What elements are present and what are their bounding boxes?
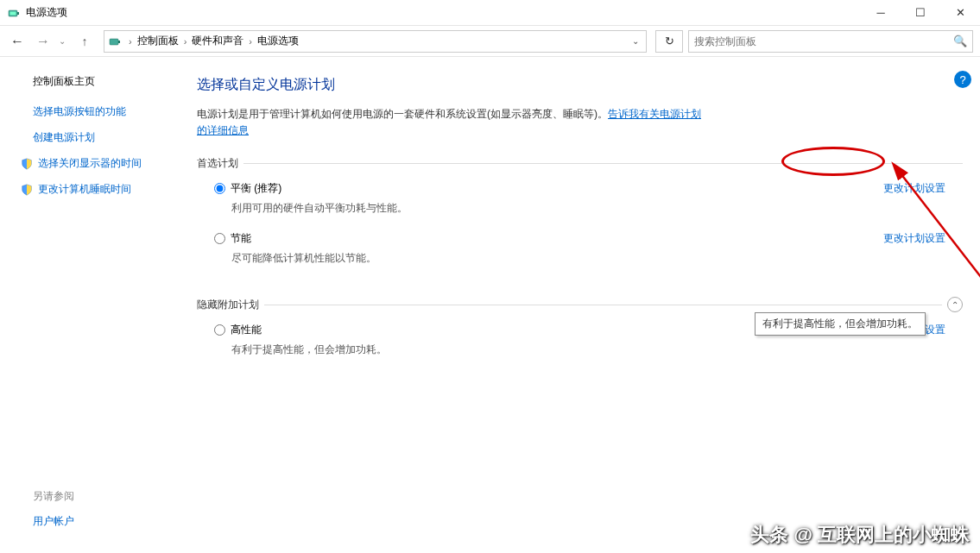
search-box[interactable]: 🔍	[688, 30, 973, 53]
plan-name: 高性能	[231, 323, 262, 337]
svg-rect-3	[110, 39, 118, 45]
help-button[interactable]: ?	[954, 71, 971, 88]
svg-rect-1	[17, 12, 19, 15]
svg-rect-2	[10, 11, 16, 15]
change-plan-link[interactable]: 更改计划设置	[883, 231, 963, 278]
collapse-button[interactable]: ⌃	[947, 297, 963, 312]
battery-icon	[108, 35, 122, 48]
sidebar-link-create-plan[interactable]: 创建电源计划	[21, 130, 181, 145]
chevron-right-icon: ›	[245, 36, 256, 47]
watermark: 头条 @ 互联网上的小蜘蛛	[750, 522, 970, 548]
radio-input[interactable]	[214, 183, 225, 194]
breadcrumb-item[interactable]: 电源选项	[256, 34, 300, 48]
history-dropdown[interactable]: ⌄	[59, 36, 69, 46]
address-dropdown[interactable]: ⌄	[629, 36, 642, 46]
section-label: 隐藏附加计划	[197, 298, 259, 312]
battery-icon	[7, 6, 21, 20]
shield-icon	[21, 184, 33, 196]
change-plan-link[interactable]: 更改计划设置	[883, 181, 963, 228]
desc-text: 电源计划是用于管理计算机如何使用电源的一套硬件和系统设置(如显示器亮度、睡眠等)…	[197, 108, 608, 120]
section-label: 首选计划	[197, 156, 238, 171]
titlebar: 电源选项 ─ ☐ ✕	[0, 0, 980, 26]
divider	[264, 305, 942, 305]
forward-button[interactable]: →	[33, 31, 54, 52]
refresh-button[interactable]: ↻	[655, 30, 683, 53]
maximize-button[interactable]: ☐	[901, 0, 940, 25]
shield-icon	[21, 158, 33, 170]
radio-input[interactable]	[214, 324, 225, 336]
chevron-right-icon: ›	[125, 36, 136, 47]
minimize-button[interactable]: ─	[861, 0, 901, 25]
up-button[interactable]: ↑	[74, 35, 95, 48]
plan-desc: 利用可用的硬件自动平衡功耗与性能。	[231, 201, 883, 216]
plan-saver: 节能 尽可能降低计算机性能以节能。 更改计划设置	[197, 229, 963, 280]
section-preferred: 首选计划	[197, 156, 963, 171]
sidebar-footer-link[interactable]: 用户帐户	[21, 514, 181, 529]
sidebar-footer-heading: 另请参阅	[21, 489, 181, 504]
search-input[interactable]	[694, 35, 953, 47]
radio-input[interactable]	[214, 233, 225, 244]
sidebar-link-power-button[interactable]: 选择电源按钮的功能	[21, 104, 181, 119]
tooltip: 有利于提高性能，但会增加功耗。	[755, 312, 926, 336]
close-button[interactable]: ✕	[940, 0, 980, 25]
sidebar-link-display-off[interactable]: 选择关闭显示器的时间	[21, 156, 181, 171]
plan-name: 节能	[231, 231, 251, 246]
window-controls: ─ ☐ ✕	[861, 0, 980, 25]
plan-name: 平衡 (推荐)	[231, 181, 281, 196]
plan-balanced: 平衡 (推荐) 利用可用的硬件自动平衡功耗与性能。 更改计划设置	[197, 179, 963, 229]
sidebar-link-label: 更改计算机睡眠时间	[38, 182, 131, 197]
address-bar[interactable]: › 控制面板 › 硬件和声音 › 电源选项 ⌄	[104, 30, 647, 53]
back-button[interactable]: ←	[7, 31, 28, 52]
divider	[243, 163, 963, 164]
sidebar-home-link[interactable]: 控制面板主页	[21, 74, 181, 89]
navbar: ← → ⌄ ↑ › 控制面板 › 硬件和声音 › 电源选项 ⌄ ↻ 🔍	[0, 26, 980, 57]
chevron-right-icon: ›	[180, 36, 191, 47]
svg-rect-4	[118, 41, 120, 43]
plan-radio-balanced[interactable]: 平衡 (推荐)	[214, 181, 883, 196]
page-description: 电源计划是用于管理计算机如何使用电源的一套硬件和系统设置(如显示器亮度、睡眠等)…	[197, 106, 706, 139]
section-hidden: 隐藏附加计划 ⌃	[197, 297, 963, 312]
sidebar-link-label: 选择关闭显示器的时间	[38, 156, 142, 171]
main-panel: ? 选择或自定义电源计划 电源计划是用于管理计算机如何使用电源的一套硬件和系统设…	[181, 57, 980, 553]
sidebar: 控制面板主页 选择电源按钮的功能 创建电源计划 选择关闭显示器的时间 更改计算机…	[0, 57, 181, 553]
window-title: 电源选项	[26, 5, 861, 20]
breadcrumb-item[interactable]: 控制面板	[136, 34, 180, 48]
sidebar-link-sleep-time[interactable]: 更改计算机睡眠时间	[21, 182, 181, 197]
breadcrumb-item[interactable]: 硬件和声音	[190, 34, 245, 48]
plan-radio-saver[interactable]: 节能	[214, 231, 883, 246]
page-title: 选择或自定义电源计划	[197, 76, 963, 94]
plan-desc: 尽可能降低计算机性能以节能。	[231, 251, 883, 266]
plan-desc: 有利于提高性能，但会增加功耗。	[231, 342, 883, 357]
search-icon[interactable]: 🔍	[953, 35, 967, 47]
